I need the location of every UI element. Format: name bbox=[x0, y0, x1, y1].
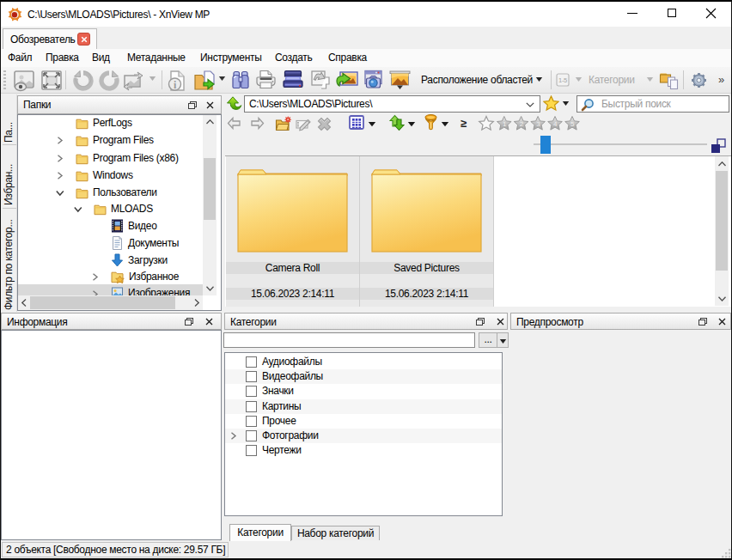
svg-text:1-5: 1-5 bbox=[558, 76, 567, 84]
